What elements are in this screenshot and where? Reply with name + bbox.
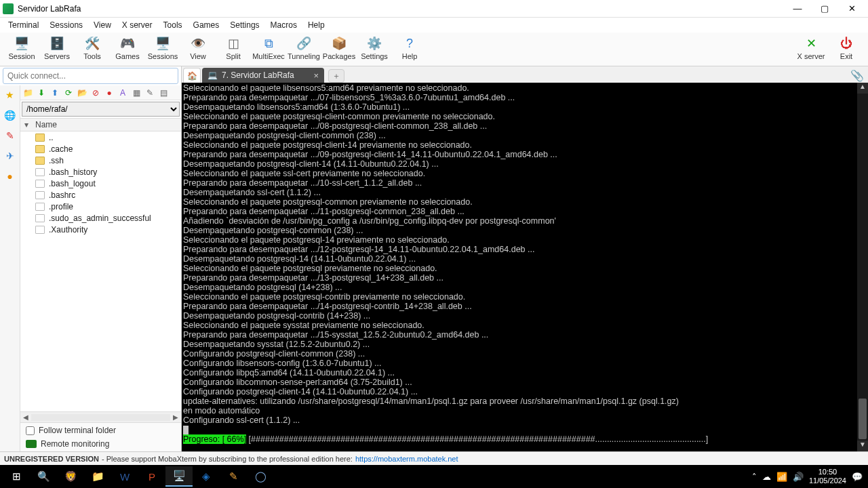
tools-icon[interactable]: ✈ (3, 149, 17, 163)
home-icon: 🏠 (187, 71, 197, 81)
quick-connect-input[interactable] (3, 68, 178, 84)
mobaxterm-taskbar-icon[interactable]: 🖥️ (165, 466, 193, 487)
tab-label: 7. Servidor LabRafa (222, 70, 294, 80)
toolbar-multiexec[interactable]: ⧉MultiExec (251, 34, 286, 66)
edit-icon[interactable]: ✎ (144, 87, 156, 99)
toolbar-view[interactable]: 👁️View (180, 34, 216, 66)
menu-sessions[interactable]: Sessions (44, 19, 88, 31)
refresh-icon[interactable]: ⟳ (62, 87, 75, 99)
onedrive-icon[interactable]: ☁ (762, 472, 771, 482)
toolbar-x-server[interactable]: ✕X server (793, 34, 829, 66)
favorites-icon[interactable]: ★ (3, 88, 17, 102)
tunneling-icon: 🔗 (296, 35, 312, 52)
delete-icon[interactable]: ⊘ (90, 87, 102, 99)
file-list-hscroll[interactable]: ◀▶ (20, 411, 181, 422)
session-tab[interactable]: 💻 7. Servidor LabRafa × (202, 68, 324, 83)
home-tab[interactable]: 🏠 (183, 68, 201, 83)
new-tab-button[interactable]: ＋ (328, 69, 344, 83)
file-item[interactable]: .. (20, 131, 181, 143)
toolbar-tunneling[interactable]: 🔗Tunneling (286, 34, 321, 66)
file-icon (35, 203, 45, 211)
menu-tools[interactable]: Tools (158, 19, 188, 31)
file-item[interactable]: .cache (20, 143, 181, 155)
maximize-button[interactable]: ▢ (811, 0, 838, 18)
footer-link[interactable]: https://mobaxterm.mobatek.net (355, 455, 458, 463)
macro-icon[interactable]: ✎ (3, 129, 17, 142)
follow-terminal-checkbox[interactable]: Follow terminal folder (26, 426, 176, 435)
file-list-header[interactable]: ▾ Name (20, 118, 181, 131)
sftp-icon[interactable]: 🌐 (3, 108, 17, 122)
file-item[interactable]: .bash_history (20, 166, 181, 178)
folder-icon[interactable]: 📁 (22, 87, 34, 99)
history-icon[interactable]: ● (3, 169, 17, 183)
file-item[interactable]: .profile (20, 201, 181, 212)
menu-view[interactable]: View (88, 19, 117, 31)
window-titlebar: Servidor LabRafa ― ▢ ✕ (0, 0, 868, 18)
file-icon (35, 180, 45, 188)
toolbar-packages[interactable]: 📦Packages (321, 34, 357, 66)
unregistered-label: UNREGISTERED VERSION (4, 455, 99, 463)
toolbar-split[interactable]: ◫Split (216, 34, 251, 66)
settings-icon[interactable]: ▤ (157, 87, 170, 99)
folder-icon (35, 145, 45, 153)
remote-monitoring-button[interactable]: Remote monitoring (26, 439, 176, 449)
hidden-icon[interactable]: ▦ (130, 87, 142, 99)
side-panel: ★ 🌐 ✎ ✈ ● 📁 ⬇ ⬆ ⟳ 📂 ⊘ ● A ▦ ✎ ▤ (0, 66, 182, 451)
app-icon (3, 3, 14, 14)
word-icon[interactable]: W (111, 466, 138, 487)
toolbar-exit[interactable]: ⏻Exit (829, 34, 864, 66)
file-item[interactable]: .sudo_as_admin_successful (20, 212, 181, 224)
menu-games[interactable]: Games (188, 19, 225, 31)
file-item[interactable]: .bashrc (20, 189, 181, 201)
search-icon[interactable]: 🔍 (30, 466, 57, 487)
tools-icon: 🛠️ (84, 35, 100, 52)
window-title: Servidor LabRafa (18, 4, 784, 14)
toolbar-session[interactable]: 🖥️Session (4, 34, 39, 66)
upload-icon[interactable]: ⬆ (49, 87, 61, 99)
tab-close-icon[interactable]: × (313, 70, 319, 81)
toolbar-tools[interactable]: 🛠️Tools (75, 34, 110, 66)
toolbar-servers[interactable]: 🗄️Servers (39, 34, 75, 66)
wifi-icon[interactable]: 📶 (776, 472, 787, 482)
new-folder-icon[interactable]: 📂 (76, 87, 88, 99)
file-item[interactable]: .bash_logout (20, 178, 181, 189)
toolbar-games[interactable]: 🎮Games (110, 34, 145, 66)
terminal-tabstrip: 🏠 💻 7. Servidor LabRafa × ＋ 📎 (182, 66, 868, 83)
volume-icon[interactable]: 🔊 (793, 472, 804, 482)
minimize-button[interactable]: ― (784, 0, 811, 18)
file-icon (35, 191, 45, 199)
menu-x-server[interactable]: X server (117, 19, 158, 31)
menu-settings[interactable]: Settings (224, 19, 264, 31)
vbox-icon[interactable]: ◈ (193, 466, 220, 487)
file-item[interactable]: .ssh (20, 155, 181, 166)
terminal-scrollbar[interactable]: ▲ ▼ (857, 83, 868, 451)
folder-icon (35, 157, 45, 165)
paperclip-icon[interactable]: 📎 (849, 68, 865, 83)
file-list: ...cache.ssh.bash_history.bash_logout.ba… (20, 131, 181, 411)
toolbar-sessions[interactable]: 🖥️Sessions (145, 34, 180, 66)
menu-macros[interactable]: Macros (265, 19, 302, 31)
stop-icon[interactable]: ● (103, 87, 115, 99)
close-button[interactable]: ✕ (838, 0, 865, 18)
path-selector[interactable]: /home/rafa/ (22, 102, 180, 117)
terminal-output[interactable]: Seleccionando el paquete libsensors5:amd… (182, 83, 857, 451)
taskbar-clock[interactable]: 10:50 11/05/2024 (809, 468, 846, 485)
download-icon[interactable]: ⬇ (35, 87, 47, 99)
main-toolbar: 🖥️Session🗄️Servers🛠️Tools🎮Games🖥️Session… (0, 33, 868, 66)
tray-chevron-icon[interactable]: ˄ (752, 472, 757, 482)
menu-help[interactable]: Help (302, 19, 330, 31)
start-button[interactable]: ⊞ (3, 466, 30, 487)
powerpoint-icon[interactable]: P (138, 466, 165, 487)
file-item[interactable]: .Xauthority (20, 224, 181, 235)
explorer-icon[interactable]: 📁 (84, 466, 111, 487)
notifications-icon[interactable]: 💬 (852, 472, 863, 482)
toolbar-help[interactable]: ?Help (392, 34, 427, 66)
multiexec-icon: ⧉ (260, 35, 277, 52)
app2-icon[interactable]: ◯ (247, 466, 274, 487)
app1-icon[interactable]: ✎ (220, 466, 247, 487)
sessions-icon: 🖥️ (155, 35, 171, 52)
menu-terminal[interactable]: Terminal (3, 19, 44, 31)
brave-icon[interactable]: 🦁 (57, 466, 84, 487)
properties-icon[interactable]: A (117, 87, 129, 99)
toolbar-settings[interactable]: ⚙️Settings (357, 34, 392, 66)
